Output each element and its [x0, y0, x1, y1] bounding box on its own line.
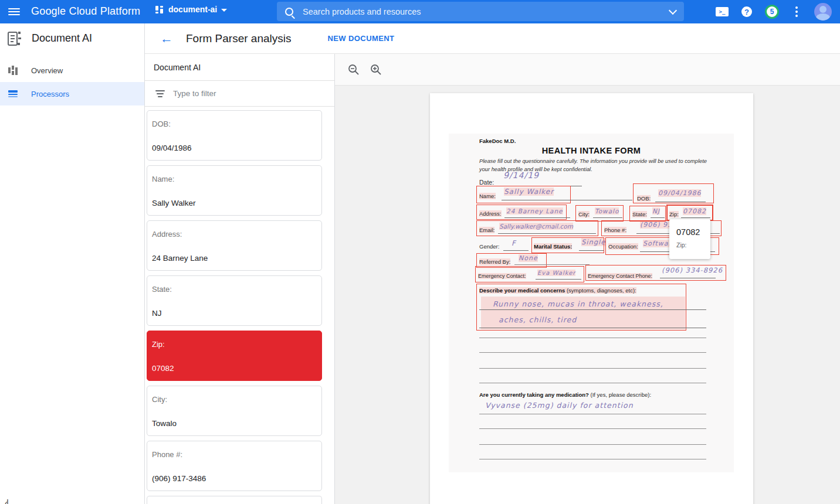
panel-title: Document AI	[145, 54, 334, 81]
form-value-email: Sally.walker@cmail.com	[499, 223, 573, 230]
form-value-referred: None	[519, 254, 538, 262]
filter-input[interactable]	[173, 89, 302, 98]
form-value-zip: 07082	[683, 207, 706, 215]
filter-icon	[155, 90, 165, 97]
scanned-form: FakeDoc M.D. HEALTH INTAKE FORM Please f…	[449, 134, 734, 472]
form-label-concerns: Describe your medical concerns (symptoms…	[479, 287, 636, 294]
field-card-list: DOB: 09/04/1986 Name: Sally Walker Addre…	[145, 107, 334, 504]
form-value-date: 9/14/19	[503, 171, 539, 180]
viewer-toolbar	[335, 54, 840, 86]
sidebar-nav: Overview Processors ‹|	[0, 54, 145, 504]
form-label-state: State:	[632, 211, 647, 217]
document-viewer: FakeDoc M.D. HEALTH INTAKE FORM Please f…	[335, 54, 840, 504]
form-value-state: NJ	[652, 207, 660, 214]
form-label-emergency-contact: Emergency Contact:	[478, 273, 526, 279]
avatar[interactable]	[814, 3, 832, 21]
page-title: Form Parser analysis	[186, 32, 292, 45]
form-value-gender: F	[512, 239, 516, 247]
app-title: Document AI	[32, 32, 92, 45]
search-input[interactable]	[303, 7, 670, 16]
form-label-date: Date:	[479, 179, 494, 186]
project-switcher[interactable]: document-ai	[155, 5, 227, 14]
sidebar-item-overview[interactable]: Overview	[0, 59, 144, 82]
search-icon	[285, 8, 293, 16]
chevron-down-icon	[221, 9, 227, 12]
field-card-address[interactable]: Address: 24 Barney Lane	[147, 220, 322, 271]
project-icon	[155, 5, 164, 14]
form-label-emergency-phone: Emergency Contact Phone:	[588, 273, 652, 279]
overflow-menu-button[interactable]	[792, 5, 801, 18]
form-title: HEALTH INTAKE FORM	[449, 146, 734, 155]
form-label-referred: Referred By:	[479, 258, 510, 265]
viewer-canvas[interactable]: FakeDoc M.D. HEALTH INTAKE FORM Please f…	[335, 86, 840, 504]
form-value-emergency-phone: (906) 334-8926	[662, 266, 723, 274]
page-header: Document AI ← Form Parser analysis NEW D…	[0, 23, 840, 54]
form-value-address: 24 Barney Lane	[506, 207, 563, 214]
form-label-occupation: Occupation:	[608, 243, 638, 250]
toolbar: ← Form Parser analysis NEW DOCUMENT	[145, 23, 840, 54]
overview-icon	[8, 66, 19, 75]
help-button[interactable]: ?	[741, 6, 752, 17]
form-label-medication: Are you currently taking any medication?…	[479, 391, 651, 398]
form-label-zip: Zip:	[669, 211, 679, 217]
field-card-city[interactable]: City: Towalo	[147, 386, 322, 436]
form-value-city: Towalo	[595, 207, 619, 214]
sidebar-item-label: Overview	[31, 66, 63, 75]
field-card-name[interactable]: Name: Sally Walker	[147, 165, 322, 216]
new-document-button[interactable]: NEW DOCUMENT	[328, 34, 395, 43]
form-value-concerns-line1: Runny nose, mucas in throat, weakness,	[493, 299, 663, 308]
form-value-medication: Vyvanse (25mg) daily for attention	[485, 401, 634, 410]
document-ai-icon	[8, 31, 22, 46]
search-chevron-down-icon[interactable]	[669, 6, 677, 14]
collapse-sidebar-icon[interactable]: ‹|	[5, 498, 8, 504]
form-value-concerns-line2: aches, chills, tired	[499, 315, 577, 324]
field-card-state[interactable]: State: NJ	[147, 275, 322, 326]
form-label-marital: Marital Status:	[534, 243, 572, 250]
top-app-bar: Google Cloud Platform document-ai >_ ? 5	[0, 0, 840, 23]
form-label-city: City:	[578, 211, 590, 217]
field-tooltip: 07082 Zip:	[669, 219, 710, 259]
topbar-actions: >_ ? 5	[716, 0, 840, 23]
field-card-zip-selected[interactable]: Zip: 07082	[147, 331, 322, 381]
brand-logo: Google Cloud Platform	[31, 5, 140, 18]
sidebar-item-label: Processors	[31, 90, 69, 98]
form-label-email: Email:	[479, 227, 494, 233]
cloud-shell-button[interactable]: >_	[716, 7, 729, 16]
back-button[interactable]: ←	[160, 32, 173, 45]
sidebar-item-processors[interactable]: Processors	[0, 82, 144, 105]
search-bar[interactable]	[277, 2, 684, 21]
project-name: document-ai	[168, 5, 217, 14]
form-value-name: Sally Walker	[504, 188, 554, 196]
zoom-in-icon[interactable]	[370, 64, 382, 76]
form-label-name: Name:	[479, 193, 496, 199]
form-value-marital: Single	[581, 238, 605, 246]
form-label-dob: DOB:	[637, 195, 651, 202]
zoom-out-icon[interactable]	[348, 64, 360, 76]
extracted-fields-panel: Document AI DOB: 09/04/1986 Name: Sally …	[145, 54, 335, 504]
field-card-phone[interactable]: Phone #: (906) 917-3486	[147, 441, 322, 491]
app-header: Document AI	[0, 23, 145, 54]
form-value-emergency-contact: Eva Walker	[537, 270, 575, 276]
form-label-gender: Gender:	[479, 243, 499, 250]
field-card-partial[interactable]	[147, 496, 322, 504]
menu-icon[interactable]	[8, 6, 20, 17]
form-value-dob: 09/04/1986	[658, 189, 701, 197]
notifications-button[interactable]: 5	[765, 5, 779, 19]
form-label-address: Address:	[479, 210, 502, 217]
form-clinic: FakeDoc M.D.	[479, 138, 516, 144]
tooltip-value: 07082	[676, 227, 710, 237]
document-page: FakeDoc M.D. HEALTH INTAKE FORM Please f…	[430, 93, 753, 504]
processors-icon	[8, 89, 19, 98]
field-card-dob[interactable]: DOB: 09/04/1986	[147, 110, 322, 161]
tooltip-label: Zip:	[676, 241, 710, 248]
filter-row	[145, 81, 334, 107]
form-label-phone: Phone #:	[604, 227, 626, 233]
